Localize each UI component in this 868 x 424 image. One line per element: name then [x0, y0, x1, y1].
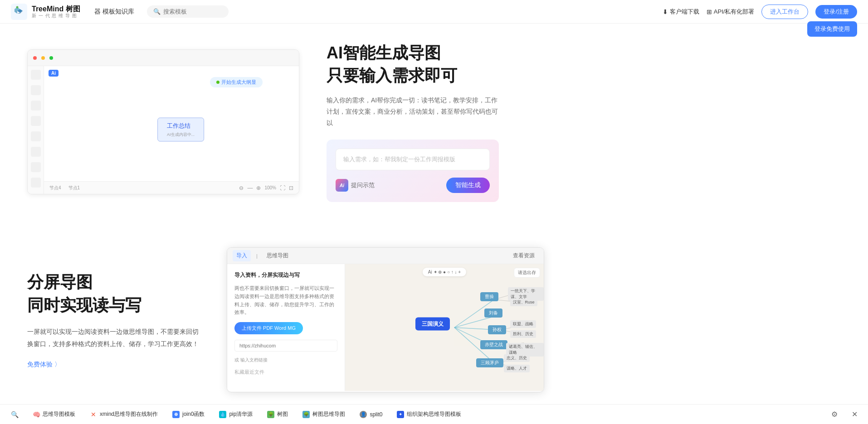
split-tab-resource[interactable]: 查看资源 [509, 250, 538, 261]
preview-canvas: Ai 开始生成大纲显 工作总结 AI生成内容中... [44, 66, 299, 193]
smart-generate-button[interactable]: 智能生成 [446, 178, 490, 193]
split-left-panel: 导入资料，分屏实现边与写 两也不需要来回切换窗口，一屏就可以实现一边阅读资料一边… [227, 264, 345, 391]
mind-branch-1: 曹操 [480, 292, 498, 301]
sub-branch-3: 联盟、战略 [510, 320, 536, 328]
bottom-org-icon: ✦ [397, 411, 404, 418]
split-upload-button[interactable]: 上传文件 PDF Word MG [234, 322, 303, 334]
mind-branch-5: 三顾茅庐 [476, 358, 503, 367]
section1-description: 输入你的需求，AI帮你完成一切：读书笔记，教学安排，工作计划，宣传文案，商业分析… [327, 95, 499, 129]
nav-templates[interactable]: 器 模板知识库 [91, 6, 138, 18]
section2-left: 分屏导图 同时实现读与写 一屏就可以实现一边阅读资料一边做思维导图，不需要来回切… [27, 271, 200, 369]
header: TreeMind 树图 新 一 代 思 维 导 图 器 模板知识库 🔍 ⬇ 客户… [0, 0, 868, 24]
export-button[interactable]: 请选出存 [514, 268, 540, 278]
sub-branch-4: 胜利、历史 [510, 330, 536, 338]
section1-right: AI智能生成导图 只要输入需求即可 输入你的需求，AI帮你完成一切：读书笔记，教… [327, 42, 499, 202]
window-close-dot [33, 56, 37, 60]
bottom-search[interactable]: 🔍 [7, 409, 22, 420]
split-recent-label: 私藏最近文件 [234, 369, 337, 376]
green-dot [216, 81, 219, 84]
bottom-mindmap-template[interactable]: 🧠 思维导图模板 [29, 409, 79, 420]
split-url-input[interactable] [234, 340, 337, 352]
section2-free-link[interactable]: 免费体验 〉 [27, 361, 200, 369]
login-register-container: 登录/注册 登录免费使用 [815, 5, 857, 19]
free-register-dropdown[interactable]: 登录免费使用 [807, 21, 857, 37]
bottom-treemind-icon: 🌳 [302, 411, 310, 418]
preview-toolbar [28, 50, 299, 66]
ai-prompt-button[interactable]: Ai 提问示范 [336, 179, 375, 192]
sidebar-tool-6 [31, 147, 41, 157]
bottom-bar: 🔍 🧠 思维导图模板 ✕ xmind思维导图在线制作 ⊕ join0函数 💧 p… [0, 404, 868, 424]
bottom-pip[interactable]: 💧 pip清华源 [215, 409, 256, 420]
search-input[interactable] [163, 8, 222, 15]
client-download-link[interactable]: ⬇ 客户端下载 [663, 8, 699, 16]
bottom-split0[interactable]: 👤 split0 [356, 409, 386, 420]
bottom-treemind[interactable]: 🌳 树图思维导图 [299, 409, 349, 420]
preview-sidebar [28, 66, 44, 194]
split-tab-import[interactable]: 导入 [233, 250, 251, 261]
split-right-panel: Ai ✦ ⊕ ● ○ ↑ ↓ + 请选出存 [345, 264, 544, 391]
bottom-xmind-icon: ✕ [90, 411, 97, 418]
mind-branch-3: 孙权 [488, 325, 506, 334]
section2-split-screen: 分屏导图 同时实现读与写 一屏就可以实现一边阅读资料一边做思维导图，不需要来回切… [0, 220, 868, 419]
bottom-pip-icon: 💧 [219, 411, 226, 418]
split-panel-title: 导入资料，分屏实现边与写 [234, 271, 337, 279]
start-bubble: 开始生成大纲显 [210, 77, 263, 87]
sidebar-tool-4 [31, 116, 41, 126]
logo-name: TreeMind 树图 [32, 5, 80, 13]
section2-title: 分屏导图 同时实现读与写 [27, 271, 200, 317]
logo-icon [11, 4, 27, 20]
footer-zoom: ⊖ — ⊕ 100% ⛶ ⊡ [239, 185, 293, 191]
sub-branch-2: 汉室、Ruse [510, 299, 537, 306]
search-icon: 🔍 [153, 8, 161, 15]
window-max-dot [49, 56, 53, 60]
sidebar-tool-2 [31, 85, 41, 95]
bottom-tree-icon: 🌳 [267, 411, 274, 418]
section1-ai-mindmap: Ai 开始生成大纲显 工作总结 AI生成内容中... 节点4 节点1 ⊖ — ⊕… [0, 24, 868, 220]
ai-badge: Ai [49, 70, 59, 77]
bottom-join0-icon: ⊕ [172, 411, 180, 418]
enter-workspace-button[interactable]: 进入工作台 [761, 5, 808, 19]
bottom-search-icon: 🔍 [11, 411, 18, 418]
split-url-label: 或 输入文档链接 [234, 357, 337, 363]
sub-branch-6: 忠义、历史 [504, 354, 530, 362]
sidebar-tool-1 [31, 70, 41, 80]
mind-center-node: 三国演义 [415, 317, 450, 330]
ai-input-placeholder[interactable]: 输入需求，如：帮我制定一份工作周报模版 [336, 149, 490, 170]
mind-branch-2: 刘备 [484, 308, 502, 318]
bottom-join0[interactable]: ⊕ join0函数 [169, 409, 208, 420]
center-mind-node: 工作总结 AI生成内容中... [157, 118, 204, 142]
ai-preview-panel: Ai 开始生成大纲显 工作总结 AI生成内容中... 节点4 节点1 ⊖ — ⊕… [27, 49, 299, 194]
bottom-tree[interactable]: 🌳 树图 [263, 409, 292, 420]
api-link[interactable]: ⊞ API/私有化部署 [707, 8, 755, 16]
bottom-settings-button[interactable]: ⚙ [828, 408, 841, 421]
split-toolbar: 导入 | 思维导图 查看资源 [227, 248, 544, 264]
section2-preview-panel: 导入 | 思维导图 查看资源 导入资料，分屏实现边与写 两也不需要来回切换窗口，… [227, 247, 544, 392]
sidebar-tool-3 [31, 101, 41, 111]
api-icon: ⊞ [707, 8, 712, 15]
logo-area[interactable]: TreeMind 树图 新 一 代 思 维 导 图 [11, 4, 83, 20]
bottom-xmind[interactable]: ✕ xmind思维导图在线制作 [86, 409, 161, 420]
ai-input-box: 输入需求，如：帮我制定一份工作周报模版 Ai 提问示范 智能生成 [327, 140, 499, 202]
preview-footer: 节点4 节点1 ⊖ — ⊕ 100% ⛶ ⊡ [44, 181, 299, 194]
login-register-button[interactable]: 登录/注册 [815, 5, 857, 19]
mind-branch-4: 赤壁之战 [480, 340, 507, 349]
split-body: 导入资料，分屏实现边与写 两也不需要来回切换窗口，一屏就可以实现一边阅读资料一边… [227, 264, 544, 391]
mind-toolbar: Ai ✦ ⊕ ● ○ ↑ ↓ + [423, 268, 466, 276]
logo-text: TreeMind 树图 新 一 代 思 维 导 图 [32, 5, 80, 19]
logo-subtitle: 新 一 代 思 维 导 图 [32, 13, 80, 19]
bottom-close-button[interactable]: ✕ [848, 408, 861, 421]
section2-description: 一屏就可以实现一边阅读资料一边做思维导图，不需要来回切换窗口，支持多种格式的资料… [27, 326, 200, 350]
bottom-org-template[interactable]: ✦ 组织架构思维导图模板 [393, 409, 465, 420]
section1-title: AI智能生成导图 只要输入需求即可 [327, 42, 499, 87]
split-tab-mind[interactable]: 思维导图 [263, 250, 292, 261]
ai-input-actions: Ai 提问示范 智能生成 [336, 178, 490, 193]
sidebar-tool-8 [31, 178, 41, 188]
sidebar-tool-7 [31, 162, 41, 172]
download-icon: ⬇ [663, 8, 668, 15]
svg-point-1 [16, 6, 19, 8]
bottom-split0-icon: 👤 [360, 411, 367, 418]
sidebar-tool-5 [31, 131, 41, 141]
header-right: ⬇ 客户端下载 ⊞ API/私有化部署 进入工作台 登录/注册 登录免费使用 [663, 5, 857, 19]
node-label: AI生成内容中... [167, 132, 195, 138]
sub-branch-7: 谋略、人才 [504, 365, 530, 372]
